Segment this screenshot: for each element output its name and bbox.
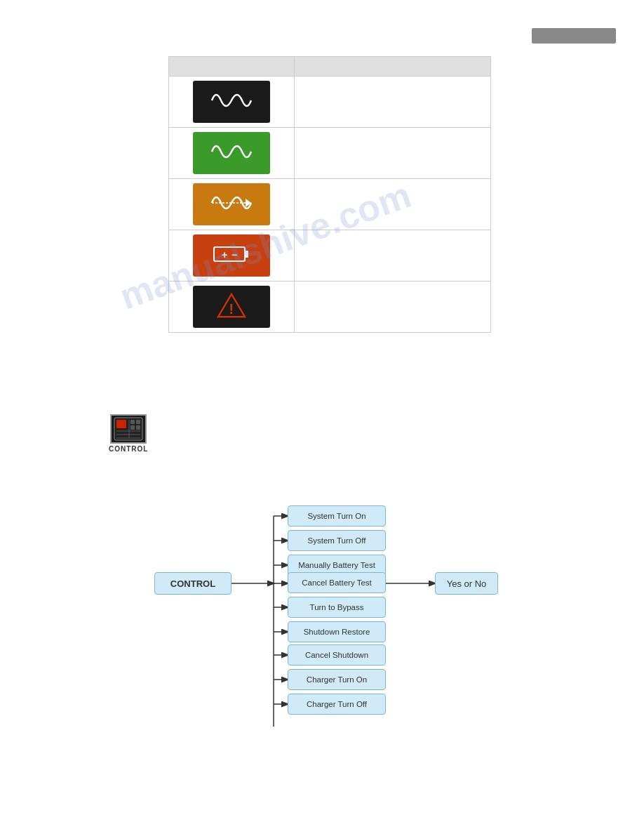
control-icon-wrapper: CONTROL	[109, 414, 148, 453]
system-turn-off-button[interactable]: System Turn Off	[288, 530, 386, 551]
table-cell-desc-3	[294, 179, 491, 230]
icon-table: + − !	[168, 56, 491, 333]
control-flowchart-box: CONTROL	[154, 572, 232, 595]
turn-to-bypass-button[interactable]: Turn to Bypass	[288, 597, 386, 618]
control-icon-label: CONTROL	[109, 445, 148, 453]
svg-rect-14	[130, 420, 135, 424]
svg-text:!: !	[229, 300, 234, 317]
battery-icon: + −	[212, 241, 251, 270]
shutdown-restore-button[interactable]: Shutdown Restore	[288, 621, 386, 642]
table-cell-desc-2	[294, 128, 491, 179]
table-header-desc	[294, 57, 491, 77]
svg-rect-9	[116, 420, 126, 428]
svg-rect-17	[136, 425, 140, 430]
table-row: !	[169, 282, 491, 333]
svg-rect-16	[130, 425, 135, 430]
sine-wave-green-icon	[210, 139, 253, 167]
charger-turn-off-button[interactable]: Charger Turn Off	[288, 694, 386, 715]
warning-triangle-icon: !	[215, 291, 248, 322]
control-box-label: CONTROL	[170, 578, 215, 589]
top-bar	[532, 28, 616, 44]
icon-green-sine	[193, 132, 270, 174]
table-row: + −	[169, 230, 491, 282]
table-cell-desc-5	[294, 282, 491, 333]
svg-rect-2	[214, 247, 245, 261]
svg-rect-15	[136, 420, 140, 424]
icon-dark-warning: !	[193, 286, 270, 328]
icon-red-battery: + −	[193, 234, 270, 277]
sine-wave-icon	[210, 88, 253, 116]
cancel-battery-test-button[interactable]: Cancel Battery Test	[288, 572, 386, 593]
bypass-icon	[210, 190, 253, 218]
svg-text:+: +	[222, 249, 227, 260]
table-row	[169, 128, 491, 179]
cancel-shutdown-button[interactable]: Cancel Shutdown	[288, 644, 386, 666]
charger-turn-on-button[interactable]: Charger Turn On	[288, 669, 386, 690]
system-turn-on-button[interactable]: System Turn On	[288, 505, 386, 527]
table-row	[169, 179, 491, 230]
table-row	[169, 77, 491, 128]
table-header-icon	[169, 57, 295, 77]
svg-rect-3	[245, 251, 248, 258]
table-cell-desc-4	[294, 230, 491, 282]
yes-or-no-box: Yes or No	[435, 572, 498, 595]
svg-text:−: −	[232, 249, 237, 260]
icon-black-sine	[193, 81, 270, 123]
icon-orange-bypass	[193, 183, 270, 225]
control-icon-image	[110, 414, 147, 444]
table-cell-desc-1	[294, 77, 491, 128]
